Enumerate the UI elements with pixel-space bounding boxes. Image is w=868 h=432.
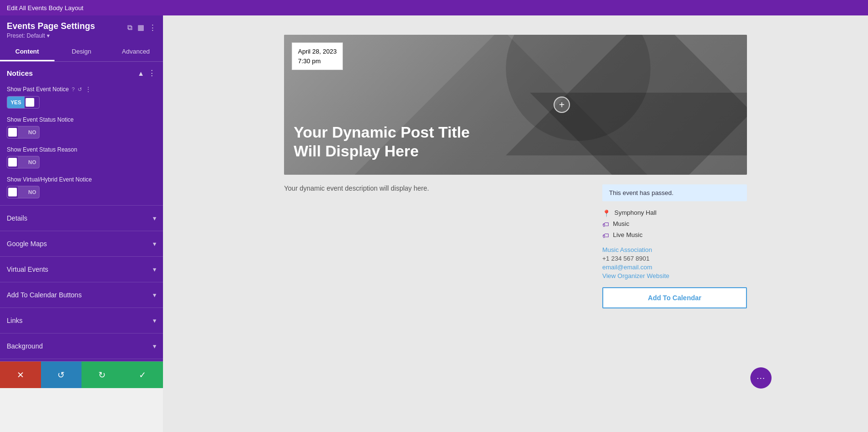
- section-background[interactable]: Background ▾: [0, 335, 163, 357]
- virtual-events-label: Virtual Events: [7, 265, 48, 273]
- toggle-knob-off-3: [8, 188, 17, 196]
- tag-icon-2: 🏷: [602, 232, 609, 239]
- redo-button[interactable]: ↻: [81, 362, 122, 388]
- links-label: Links: [7, 317, 23, 324]
- divider-1: [0, 205, 163, 206]
- divider-6: [0, 333, 163, 334]
- date-badge: April 28, 2023 7:30 pm: [292, 42, 343, 70]
- section-details[interactable]: Details ▾: [0, 208, 163, 229]
- field-event-status-reason: Show Event Status Reason NO: [0, 143, 163, 173]
- location-icon: 📍: [602, 209, 610, 217]
- event-date: April 28, 2023: [298, 47, 337, 56]
- section-add-to-cal[interactable]: Add To Calendar Buttons ▾: [0, 284, 163, 306]
- hero-image: April 28, 2023 7:30 pm Your Dynamic Post…: [284, 35, 747, 175]
- section-virtual-events[interactable]: Virtual Events ▾: [0, 259, 163, 280]
- organizer-website[interactable]: View Organizer Website: [602, 272, 747, 279]
- reset-icon-1[interactable]: ↺: [78, 86, 82, 93]
- notices-title: Notices: [7, 69, 33, 77]
- meta-category1-row: 🏷 Music: [602, 220, 747, 228]
- divider-4: [0, 282, 163, 282]
- notices-collapse-icon[interactable]: ▲: [137, 70, 144, 77]
- notices-more-icon[interactable]: ⋮: [148, 69, 156, 78]
- divider-7: [0, 359, 163, 359]
- details-chevron: ▾: [153, 214, 156, 222]
- undo-button[interactable]: ↺: [41, 362, 82, 388]
- category2: Live Music: [613, 231, 642, 238]
- divider-3: [0, 256, 163, 257]
- tag-icon-1: 🏷: [602, 221, 609, 228]
- event-meta: 📍 Symphony Hall 🏷 Music 🏷 Live Music: [602, 209, 747, 239]
- meta-category2-row: 🏷 Live Music: [602, 231, 747, 239]
- background-label: Background: [7, 342, 43, 350]
- top-bar: Edit All Events Body Layout: [0, 0, 868, 15]
- columns-icon[interactable]: ▦: [137, 23, 144, 32]
- event-card: April 28, 2023 7:30 pm Your Dynamic Post…: [284, 35, 747, 308]
- category1: Music: [613, 220, 629, 227]
- cancel-button[interactable]: ✕: [0, 362, 41, 388]
- sidebar-header: Events Page Settings Preset: Default ▾ ⧉…: [0, 15, 163, 43]
- details-label: Details: [7, 214, 27, 222]
- field-event-status-notice: Show Event Status Notice NO: [0, 113, 163, 143]
- google-maps-chevron: ▾: [153, 240, 156, 248]
- add-module-button[interactable]: +: [554, 97, 570, 113]
- notices-section-header: Notices ▲ ⋮: [0, 62, 163, 83]
- floating-menu-button[interactable]: ···: [750, 367, 772, 389]
- duplicate-icon[interactable]: ⧉: [127, 23, 133, 32]
- tab-content[interactable]: Content: [0, 43, 54, 61]
- more-icon-1[interactable]: ⋮: [85, 85, 92, 93]
- sidebar-bottom-bar: ✕ ↺ ↻ ✓: [0, 361, 163, 388]
- links-chevron: ▾: [153, 317, 156, 324]
- organizer-email[interactable]: email@email.com: [602, 264, 747, 271]
- divider-2: [0, 231, 163, 231]
- event-description: Your dynamic event description will disp…: [284, 184, 588, 192]
- toggle-knob-off-1: [8, 128, 17, 137]
- add-to-calendar-button[interactable]: Add To Calendar: [602, 287, 747, 308]
- field-status-reason-label: Show Event Status Reason: [7, 146, 77, 153]
- sidebar-preset[interactable]: Preset: Default ▾: [7, 32, 95, 39]
- toggle-knob-off-2: [8, 158, 17, 167]
- organizer-phone: +1 234 567 8901: [602, 255, 747, 262]
- tab-advanced[interactable]: Advanced: [108, 43, 163, 61]
- sidebar-tabs: Content Design Advanced: [0, 43, 163, 62]
- toggle-no-label-1: NO: [18, 126, 39, 138]
- toggle-status-notice[interactable]: NO: [7, 126, 156, 139]
- toggle-virtual-notice[interactable]: NO: [7, 186, 156, 198]
- past-event-notice: This event has passed.: [602, 184, 747, 201]
- organizer-name[interactable]: Music Association: [602, 246, 747, 253]
- virtual-events-chevron: ▾: [153, 265, 156, 273]
- save-icon: ✓: [139, 370, 146, 380]
- add-to-cal-chevron: ▾: [153, 291, 156, 299]
- event-body: Your dynamic event description will disp…: [284, 175, 747, 308]
- organizer-info: Music Association +1 234 567 8901 email@…: [602, 246, 747, 279]
- section-links[interactable]: Links ▾: [0, 310, 163, 331]
- more-icon[interactable]: ⋮: [149, 23, 156, 32]
- venue-name: Symphony Hall: [614, 209, 656, 216]
- google-maps-label: Google Maps: [7, 240, 47, 248]
- hero-title: Your Dynamic Post Title Will Display Her…: [294, 123, 487, 160]
- field-virtual-notice: Show Virtual/Hybrid Event Notice NO: [0, 173, 163, 203]
- field-past-notice-label: Show Past Event Notice: [7, 86, 69, 93]
- toggle-past-notice[interactable]: YES: [7, 96, 156, 109]
- background-chevron: ▾: [153, 342, 156, 350]
- help-icon-1[interactable]: ?: [72, 86, 75, 92]
- divider-5: [0, 307, 163, 308]
- undo-icon: ↺: [57, 370, 65, 380]
- redo-icon: ↻: [98, 370, 106, 380]
- save-button[interactable]: ✓: [122, 362, 163, 388]
- toggle-no-label-2: NO: [18, 156, 39, 168]
- cancel-icon: ✕: [17, 370, 24, 380]
- canvas: April 28, 2023 7:30 pm Your Dynamic Post…: [163, 15, 868, 432]
- toggle-status-reason[interactable]: NO: [7, 156, 156, 168]
- meta-venue-row: 📍 Symphony Hall: [602, 209, 747, 217]
- event-sidebar-info: This event has passed. 📍 Symphony Hall 🏷…: [602, 184, 747, 308]
- section-google-maps[interactable]: Google Maps ▾: [0, 233, 163, 254]
- plus-icon: +: [559, 99, 565, 111]
- sidebar-content: Notices ▲ ⋮ Show Past Event Notice ? ↺ ⋮: [0, 62, 163, 361]
- add-to-cal-label: Add To Calendar Buttons: [7, 291, 81, 299]
- sidebar-title: Events Page Settings: [7, 21, 95, 31]
- event-time: 7:30 pm: [298, 56, 337, 66]
- toggle-no-label-3: NO: [18, 186, 39, 198]
- tab-design[interactable]: Design: [54, 43, 109, 61]
- top-bar-title: Edit All Events Body Layout: [7, 4, 83, 12]
- toggle-knob: [26, 98, 34, 107]
